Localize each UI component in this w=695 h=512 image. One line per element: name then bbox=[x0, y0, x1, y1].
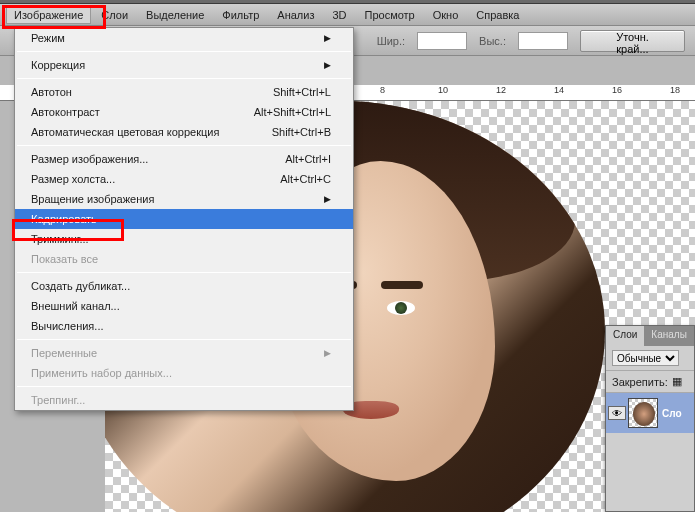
menubar: Изображение Слои Выделение Фильтр Анализ… bbox=[0, 4, 695, 26]
lock-transparent-icon[interactable]: ▦ bbox=[672, 375, 682, 388]
menu-autocontrast[interactable]: АвтоконтрастAlt+Shift+Ctrl+L bbox=[15, 102, 353, 122]
tab-channels[interactable]: Каналы bbox=[644, 326, 694, 346]
menu-analysis[interactable]: Анализ bbox=[269, 6, 322, 24]
chevron-right-icon: ▶ bbox=[324, 194, 331, 204]
layer-name: Сло bbox=[658, 408, 682, 419]
layers-panel: Слои Каналы Обычные Закрепить:▦ 👁 Сло bbox=[605, 325, 695, 512]
chevron-right-icon: ▶ bbox=[324, 60, 331, 70]
ruler-tick: 16 bbox=[612, 85, 622, 95]
menu-crop[interactable]: Кадрировать bbox=[15, 209, 353, 229]
menu-autocolor[interactable]: Автоматическая цветовая коррекцияShift+C… bbox=[15, 122, 353, 142]
menu-view[interactable]: Просмотр bbox=[357, 6, 423, 24]
height-label: Выс.: bbox=[479, 35, 506, 47]
menu-help[interactable]: Справка bbox=[468, 6, 527, 24]
menu-duplicate[interactable]: Создать дубликат... bbox=[15, 276, 353, 296]
menu-canvas-size[interactable]: Размер холста...Alt+Ctrl+C bbox=[15, 169, 353, 189]
menu-image[interactable]: Изображение bbox=[6, 6, 91, 24]
blend-mode-select[interactable]: Обычные bbox=[612, 350, 679, 366]
menu-mode[interactable]: Режим▶ bbox=[15, 28, 353, 48]
menu-trim[interactable]: Тримминг... bbox=[15, 229, 353, 249]
menu-3d[interactable]: 3D bbox=[324, 6, 354, 24]
ruler-tick: 14 bbox=[554, 85, 564, 95]
menu-apply-image[interactable]: Внешний канал... bbox=[15, 296, 353, 316]
tab-layers[interactable]: Слои bbox=[606, 326, 644, 346]
chevron-right-icon: ▶ bbox=[324, 33, 331, 43]
menu-layers[interactable]: Слои bbox=[93, 6, 136, 24]
menu-select[interactable]: Выделение bbox=[138, 6, 212, 24]
visibility-eye-icon[interactable]: 👁 bbox=[608, 406, 626, 420]
height-input[interactable] bbox=[518, 32, 568, 50]
menu-apply-data-set: Применить набор данных... bbox=[15, 363, 353, 383]
width-input[interactable] bbox=[417, 32, 467, 50]
width-label: Шир.: bbox=[377, 35, 405, 47]
ruler-tick: 12 bbox=[496, 85, 506, 95]
ruler-tick: 18 bbox=[670, 85, 680, 95]
menu-window[interactable]: Окно bbox=[425, 6, 467, 24]
menu-autotone[interactable]: АвтотонShift+Ctrl+L bbox=[15, 82, 353, 102]
menu-filter[interactable]: Фильтр bbox=[214, 6, 267, 24]
chevron-right-icon: ▶ bbox=[324, 348, 331, 358]
menu-image-size[interactable]: Размер изображения...Alt+Ctrl+I bbox=[15, 149, 353, 169]
lock-label: Закрепить: bbox=[612, 376, 668, 388]
menu-image-rotation[interactable]: Вращение изображения▶ bbox=[15, 189, 353, 209]
layer-thumbnail[interactable] bbox=[628, 398, 658, 428]
layer-row[interactable]: 👁 Сло bbox=[606, 393, 694, 433]
menu-variables: Переменные▶ bbox=[15, 343, 353, 363]
ruler-tick: 10 bbox=[438, 85, 448, 95]
menu-reveal-all: Показать все bbox=[15, 249, 353, 269]
image-menu-dropdown: Режим▶ Коррекция▶ АвтотонShift+Ctrl+L Ав… bbox=[14, 27, 354, 411]
ruler-tick: 8 bbox=[380, 85, 385, 95]
refine-edge-button[interactable]: Уточн. край... bbox=[580, 30, 685, 52]
menu-trap: Треппинг... bbox=[15, 390, 353, 410]
menu-adjustments[interactable]: Коррекция▶ bbox=[15, 55, 353, 75]
menu-calculations[interactable]: Вычисления... bbox=[15, 316, 353, 336]
